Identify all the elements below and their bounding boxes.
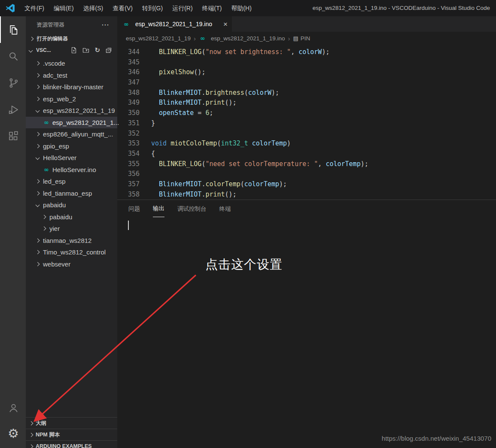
code-line[interactable]: 350 openState = 6; xyxy=(117,108,496,118)
tree-item-label: websever xyxy=(43,260,70,268)
tree-item[interactable]: pabaidu xyxy=(26,199,117,211)
panel-tab[interactable]: 输出 xyxy=(153,205,164,217)
code-line[interactable]: 345 xyxy=(117,58,496,68)
explorer-icon[interactable] xyxy=(0,16,26,43)
menu-item[interactable]: 查看(V) xyxy=(108,0,137,16)
menu-item[interactable]: 编辑(E) xyxy=(49,0,79,16)
tree-item[interactable]: HelloServer xyxy=(26,152,117,164)
chevron-right-icon xyxy=(36,144,40,148)
collapse-all-icon[interactable] xyxy=(105,47,112,54)
extensions-icon[interactable] xyxy=(0,123,26,149)
tree-item[interactable]: led_esp xyxy=(26,176,117,188)
editor-tab-label: esp_ws2812_2021_1_19.ino xyxy=(135,21,212,27)
workspace-section-header[interactable]: VSC... ↻ xyxy=(26,44,117,57)
tree-item[interactable]: pabaidu xyxy=(26,211,117,223)
chevron-right-icon xyxy=(36,191,40,195)
code-line[interactable]: 349 BlinkerMIOT.print(); xyxy=(117,98,496,108)
code-line-text: openState = 6; xyxy=(140,108,213,118)
panel-tab[interactable]: 问题 xyxy=(128,205,140,217)
code-line[interactable]: 347 xyxy=(117,78,496,88)
tree-item[interactable]: led_tianmao_esp xyxy=(26,188,117,200)
tree-item[interactable]: adc_test xyxy=(26,70,117,82)
tree-item[interactable]: ∞HelloServer.ino xyxy=(26,164,117,176)
breadcrumb-item[interactable]: esp_ws2812_2021_1_19 xyxy=(126,35,191,42)
code-line[interactable]: 344 BLINKER_LOG("now set brightness: ", … xyxy=(117,47,496,58)
menu-item[interactable]: 帮助(H) xyxy=(226,0,256,16)
menu-item[interactable]: 转到(G) xyxy=(137,0,167,16)
code-line-text: BlinkerMIOT.print(); xyxy=(140,190,237,200)
code-area[interactable]: 344 BLINKER_LOG("now set brightness: ", … xyxy=(117,45,496,200)
menu-item[interactable]: 选择(S) xyxy=(79,0,108,16)
output-panel-body[interactable] xyxy=(117,217,496,448)
sidebar-section-label: NPM 脚本 xyxy=(36,431,60,439)
tree-item[interactable]: gpio_esp xyxy=(26,140,117,152)
tree-item-label: pabaidu xyxy=(49,213,72,221)
workspace-actions: ↻ xyxy=(70,47,117,54)
code-line[interactable]: 352 xyxy=(117,129,496,139)
code-line[interactable]: 354{ xyxy=(117,149,496,159)
open-editors-section[interactable]: 打开的编辑器 xyxy=(26,33,117,44)
tree-item[interactable]: Timo_ws2812_control xyxy=(26,246,117,258)
breadcrumb-item[interactable]: ▤PIN xyxy=(293,35,310,42)
code-line[interactable]: 353void miotColoTemp(int32_t colorTemp) xyxy=(117,139,496,149)
tree-item[interactable]: esp_web_2 xyxy=(26,93,117,105)
tree-item-label: adc_test xyxy=(43,72,67,79)
new-file-icon[interactable] xyxy=(70,47,77,54)
chevron-right-icon xyxy=(36,262,40,266)
breadcrumb-item[interactable]: ∞esp_ws2812_2021_1_19.ino xyxy=(199,35,285,42)
close-icon[interactable]: × xyxy=(223,21,228,28)
code-line-text: BlinkerMIOT.brightness(colorW); xyxy=(140,88,279,98)
tree-item[interactable]: ∞esp_ws2812_2021_1... xyxy=(26,117,117,129)
chevron-right-icon xyxy=(36,132,40,136)
code-line[interactable]: 358 BlinkerMIOT.print(); xyxy=(117,190,496,200)
code-line-text xyxy=(140,78,151,88)
sidebar-section[interactable]: NPM 脚本 xyxy=(26,429,117,440)
breadcrumb-label: PIN xyxy=(301,35,310,42)
code-line[interactable]: 348 BlinkerMIOT.brightness(colorW); xyxy=(117,88,496,98)
ino-file-icon: ∞ xyxy=(199,35,207,42)
code-line[interactable]: 356 xyxy=(117,169,496,179)
tree-item-label: esp_ws2812_2021_1... xyxy=(52,119,119,126)
sidebar-section[interactable]: ARDUINO EXAMPLES xyxy=(26,440,117,448)
code-line-text: pixelShow(); xyxy=(140,67,205,78)
run-debug-icon[interactable] xyxy=(0,96,26,123)
line-number: 356 xyxy=(117,169,140,179)
source-control-icon[interactable] xyxy=(0,70,26,96)
panel-tab[interactable]: 调试控制台 xyxy=(177,205,207,217)
menu-item[interactable]: 文件(F) xyxy=(20,0,49,16)
menu-item[interactable]: 运行(R) xyxy=(167,0,197,16)
more-actions-icon[interactable]: ⋯ xyxy=(101,20,110,30)
refresh-icon[interactable]: ↻ xyxy=(94,47,100,54)
line-number: 346 xyxy=(117,67,140,78)
panel-tab[interactable]: 终端 xyxy=(219,205,231,217)
tree-item[interactable]: esp_ws2812_2021_1_19 xyxy=(26,105,117,117)
account-icon[interactable] xyxy=(0,395,26,421)
tree-item[interactable]: tianmao_ws2812 xyxy=(26,235,117,247)
chevron-right-icon xyxy=(29,444,33,448)
code-line[interactable]: 346 pixelShow(); xyxy=(117,67,496,78)
code-line[interactable]: 355 BLINKER_LOG("need set colorTemperatu… xyxy=(117,159,496,170)
chevron-right-icon xyxy=(36,250,40,254)
line-number: 344 xyxy=(117,47,140,58)
chevron-down-icon xyxy=(36,203,40,207)
tree-item[interactable]: .vscode xyxy=(26,58,117,70)
tree-item[interactable]: esp8266_aliyun_mqtt_... xyxy=(26,128,117,140)
code-line[interactable]: 357 BlinkerMIOT.colorTemp(colorTemp); xyxy=(117,179,496,190)
bottom-panel: 问题输出调试控制台终端 xyxy=(117,200,496,448)
menu-item[interactable]: 终端(T) xyxy=(198,0,227,16)
editor-tab-bar: ∞ esp_ws2812_2021_1_19.ino × xyxy=(117,16,496,32)
settings-gear-icon[interactable]: ⚙ xyxy=(0,421,26,446)
sidebar-section[interactable]: 大纲 xyxy=(26,417,117,429)
tree-item-label: .vscode xyxy=(43,60,65,67)
menu-bar: 文件(F)编辑(E)选择(S)查看(V)转到(G)运行(R)终端(T)帮助(H) xyxy=(20,0,256,16)
editor-tab[interactable]: ∞ esp_ws2812_2021_1_19.ino × xyxy=(117,16,232,32)
code-line[interactable]: 351} xyxy=(117,118,496,129)
search-icon[interactable] xyxy=(0,43,26,70)
sidebar-section-label: 大纲 xyxy=(36,420,46,427)
tree-item[interactable]: yier xyxy=(26,223,117,235)
new-folder-icon[interactable] xyxy=(82,47,89,54)
tree-item[interactable]: blinker-library-master xyxy=(26,81,117,93)
tree-item-label: esp_ws2812_2021_1_19 xyxy=(43,107,115,114)
activity-bar-bottom: ⚙ xyxy=(0,395,26,446)
tree-item[interactable]: websever xyxy=(26,258,117,270)
